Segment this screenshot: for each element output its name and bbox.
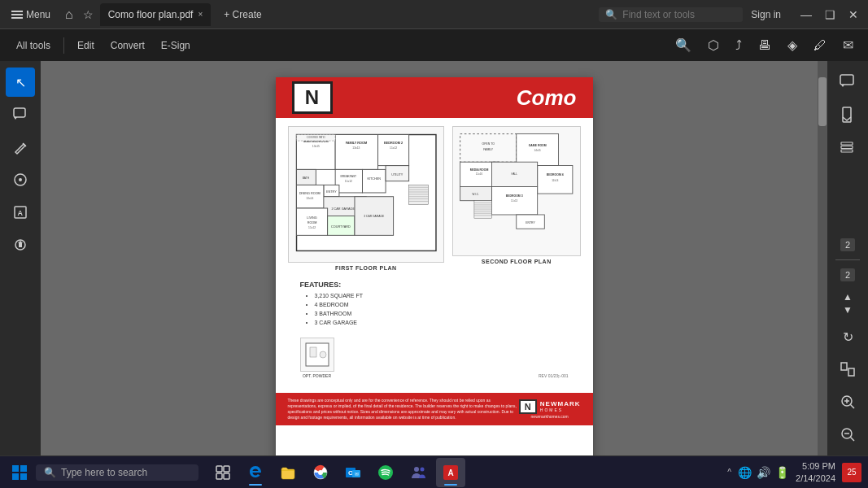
- title-bar-left: Menu ⌂ ☆ Como floor plan.pdf × + Create: [7, 3, 594, 26]
- svg-rect-99: [12, 473, 19, 480]
- svg-text:DINING ROOM: DINING ROOM: [299, 192, 320, 195]
- draw-tool-button[interactable]: [6, 133, 35, 162]
- refresh-button[interactable]: ↻: [833, 322, 862, 351]
- first-floor-svg: MAIN BEDROOM 13x15 BATH FAMILY ROOM 13x1…: [289, 127, 444, 259]
- find-tools-button[interactable]: 🔍: [670, 36, 696, 54]
- notification-button[interactable]: 25: [842, 463, 861, 482]
- stamp-button[interactable]: 🖊: [809, 37, 831, 54]
- left-sidebar: ↖ A: [0, 61, 41, 455]
- footer-disclaimer: These drawings are conceptual only and a…: [288, 398, 519, 420]
- text-tool-button[interactable]: A: [6, 198, 35, 227]
- first-floor-box: MAIN BEDROOM 13x15 BATH FAMILY ROOM 13x1…: [288, 126, 445, 263]
- svg-line-91: [851, 405, 855, 409]
- start-button[interactable]: [7, 460, 33, 486]
- close-button[interactable]: ✕: [845, 8, 861, 21]
- task-view-button[interactable]: [208, 458, 238, 487]
- pdf-viewer[interactable]: N Como: [41, 61, 827, 455]
- features-title: FEATURES:: [300, 281, 569, 289]
- hamburger-icon: [11, 11, 23, 19]
- new-tab-button[interactable]: + Create: [217, 7, 268, 22]
- second-floor-svg: OPEN TO FAMILY GAME ROOM 14x15 MEDIA ROO…: [453, 127, 580, 246]
- bookmarks-panel-button[interactable]: [833, 100, 862, 129]
- opt-section: OPT. POWDER REV 01/23▷001: [288, 334, 581, 385]
- zoom-in-button[interactable]: [833, 387, 862, 416]
- clock-date: 2/14/2024: [796, 473, 835, 484]
- all-tools-button[interactable]: All tools: [10, 37, 57, 54]
- outlook-button[interactable]: O✉: [338, 458, 368, 487]
- stamp-tool-button[interactable]: [6, 230, 35, 259]
- svg-text:UTILITY: UTILITY: [391, 173, 403, 176]
- pdf-scrollbar[interactable]: [818, 61, 827, 455]
- menu-button[interactable]: Menu: [7, 7, 55, 22]
- svg-rect-19: [362, 169, 386, 193]
- svg-rect-88: [841, 363, 847, 370]
- maximize-button[interactable]: ❑: [822, 8, 839, 21]
- find-input[interactable]: [622, 9, 736, 20]
- layers-panel-button[interactable]: [833, 133, 862, 162]
- svg-text:ENTRY: ENTRY: [526, 221, 535, 224]
- spotify-button[interactable]: [371, 458, 400, 487]
- svg-text:11x16: 11x16: [476, 172, 483, 176]
- print-button[interactable]: 🖶: [753, 37, 776, 54]
- tray-expand-button[interactable]: ^: [727, 468, 731, 477]
- logo-letter: N: [305, 86, 319, 109]
- feature-sqft: 3,210 SQUARE FT: [315, 291, 569, 300]
- scroll-up-button[interactable]: ▲: [843, 291, 853, 303]
- edge-browser-button[interactable]: [241, 458, 270, 487]
- battery-icon: 🔋: [775, 466, 789, 479]
- convert-button[interactable]: Convert: [104, 37, 151, 54]
- svg-text:A: A: [18, 209, 24, 217]
- chrome-button[interactable]: [306, 458, 335, 487]
- rev-date: REV 01/23▷001: [342, 338, 569, 378]
- footer-sub: HOMES: [540, 407, 581, 412]
- pdf-tab[interactable]: Como floor plan.pdf ×: [100, 3, 212, 26]
- svg-text:W.I.C.: W.I.C.: [473, 193, 479, 196]
- svg-text:KITCHEN: KITCHEN: [367, 177, 381, 181]
- svg-rect-83: [840, 75, 853, 85]
- svg-text:13x15: 13x15: [312, 145, 319, 148]
- tab-close-button[interactable]: ×: [198, 10, 203, 19]
- comment-tool-button[interactable]: [6, 100, 35, 129]
- svg-text:FAMILY ROOM: FAMILY ROOM: [345, 142, 366, 145]
- svg-rect-82: [320, 351, 326, 358]
- export-button[interactable]: ⤴: [731, 37, 747, 54]
- svg-rect-72: [474, 201, 492, 219]
- find-bar: 🔍: [599, 7, 743, 22]
- minimize-button[interactable]: —: [797, 8, 815, 21]
- second-floor-box: OPEN TO FAMILY GAME ROOM 14x15 MEDIA ROO…: [452, 126, 581, 256]
- taskbar-apps: O✉ A: [208, 458, 465, 487]
- svg-text:BEDROOM 2: BEDROOM 2: [384, 142, 403, 145]
- taskbar: 🔍 Type here to search O✉: [0, 455, 868, 488]
- window-controls: — ❑ ✕: [797, 8, 861, 21]
- feature-bathroom: 3 BATHROOM: [315, 309, 569, 318]
- scroll-down-button[interactable]: ▼: [843, 304, 853, 316]
- edit-button[interactable]: Edit: [71, 37, 101, 54]
- svg-rect-86: [841, 146, 853, 149]
- crop-tool-button[interactable]: [6, 165, 35, 194]
- teams-button[interactable]: [403, 458, 433, 487]
- share-button[interactable]: ⬡: [703, 36, 724, 54]
- svg-rect-81: [310, 347, 316, 357]
- mail-button[interactable]: ✉: [838, 36, 858, 54]
- acrobat-button[interactable]: A: [436, 458, 465, 487]
- taskbar-search[interactable]: 🔍 Type here to search: [36, 464, 198, 481]
- zoom-out-button[interactable]: [833, 420, 862, 449]
- scroll-thumb[interactable]: [818, 77, 827, 126]
- esign-button[interactable]: E-Sign: [155, 37, 197, 54]
- svg-text:11x13: 11x13: [511, 199, 518, 203]
- sign-in-button[interactable]: Sign in: [751, 9, 781, 20]
- clock[interactable]: 5:09 PM 2/14/2024: [796, 460, 835, 484]
- svg-line-95: [851, 438, 855, 442]
- volume-icon: 🔊: [757, 466, 770, 479]
- file-explorer-button[interactable]: [273, 458, 303, 487]
- select-tool-button[interactable]: ↖: [6, 68, 35, 97]
- svg-point-112: [414, 467, 419, 472]
- home-button[interactable]: ⌂: [62, 6, 76, 24]
- svg-point-113: [421, 467, 425, 471]
- ai-button[interactable]: ◈: [783, 36, 802, 54]
- favorite-button[interactable]: ☆: [83, 8, 94, 21]
- svg-text:OPEN TO: OPEN TO: [482, 142, 495, 146]
- svg-rect-104: [224, 473, 229, 479]
- comments-panel-button[interactable]: [833, 68, 862, 97]
- page-view-button[interactable]: [833, 355, 862, 384]
